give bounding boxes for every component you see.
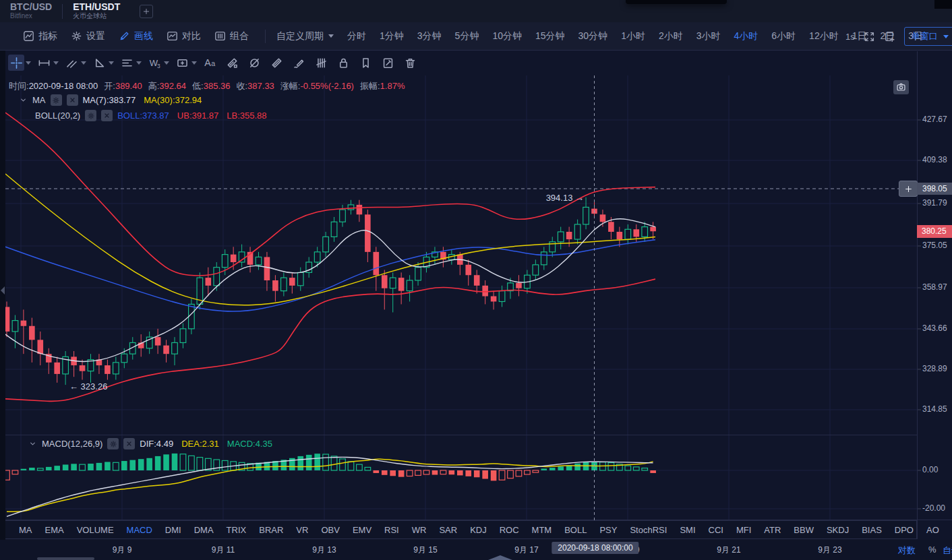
timeframe-3分钟[interactable]: 3分钟 <box>411 30 448 42</box>
horizontal-line-tool[interactable] <box>36 55 52 71</box>
add-alert-button[interactable] <box>899 181 918 197</box>
screenshot-icon[interactable] <box>893 80 909 94</box>
indicator-tab-dmi[interactable]: DMI <box>165 525 181 535</box>
timeframe-10分钟[interactable]: 10分钟 <box>485 30 529 42</box>
boll-settings-button[interactable] <box>85 110 96 121</box>
indicator-tab-bbw[interactable]: BBW <box>794 525 814 535</box>
indicator-tab-emv[interactable]: EMV <box>353 525 371 535</box>
symbol-tab-eth-usdt[interactable]: ETH/USDT火币全球站 <box>63 0 130 22</box>
collapse-chevron-icon[interactable] <box>28 439 37 448</box>
ellipse-tool[interactable] <box>246 55 262 71</box>
lock-tool[interactable] <box>335 55 351 71</box>
ruler-tool[interactable] <box>268 55 285 71</box>
indicator-tab-macd[interactable]: MACD <box>127 525 152 535</box>
indicator-tab-brar[interactable]: BRAR <box>259 525 283 535</box>
collapse-arrow-icon[interactable] <box>1 286 5 294</box>
parallel-lines-tool[interactable] <box>119 55 135 71</box>
indicator-tab-mfi[interactable]: MFI <box>736 525 751 535</box>
indicator-tab-psy[interactable]: PSY <box>599 525 617 535</box>
trend-line-tool[interactable] <box>63 55 80 71</box>
fullscreen-button[interactable] <box>864 31 875 42</box>
toolbar-feature-settings[interactable]: 设置 <box>71 30 105 42</box>
alert-price-label[interactable]: 398.05 <box>917 183 952 195</box>
text-tool[interactable]: Aa <box>202 55 218 71</box>
symbol-name: ETH/USDT <box>73 2 120 12</box>
collapse-chevron-icon[interactable] <box>19 96 28 104</box>
pattern-tool[interactable] <box>313 55 329 71</box>
tool-caret-icon[interactable] <box>136 61 142 65</box>
ma-legend-row: MA MA(7):383.77MA(30):372.94 <box>19 94 202 106</box>
timeframe-3小时[interactable]: 3小时 <box>690 30 727 42</box>
indicator-tab-dma[interactable]: DMA <box>194 525 214 535</box>
indicator-tab-smi[interactable]: SMI <box>680 525 695 535</box>
tool-caret-icon[interactable] <box>164 61 169 65</box>
toolbar-feature-compare[interactable]: 对比 <box>167 30 201 42</box>
tool-caret-icon[interactable] <box>53 61 59 65</box>
crosshair-tool[interactable] <box>8 55 24 71</box>
indicator-tab-atr[interactable]: ATR <box>764 525 781 535</box>
timeframe-6小时[interactable]: 6小时 <box>765 30 802 42</box>
indicator-tab-roc[interactable]: ROC <box>500 525 519 535</box>
delete-tool[interactable] <box>402 55 418 71</box>
shape-tool[interactable] <box>174 55 190 71</box>
scale-control-对数[interactable]: 对数 <box>898 545 916 557</box>
tool-caret-icon[interactable] <box>81 61 86 65</box>
toolbar-feature-layout[interactable]: 组合 <box>214 30 249 42</box>
indicator-tab-cci[interactable]: CCI <box>709 525 723 535</box>
indicator-tab-trix[interactable]: TRIX <box>227 525 247 535</box>
tool-caret-icon[interactable] <box>26 61 31 65</box>
ma-remove-button[interactable] <box>67 94 78 106</box>
timeframe-30分钟[interactable]: 30分钟 <box>572 30 615 42</box>
indicator-tab-obv[interactable]: OBV <box>321 525 339 535</box>
angle-tool[interactable] <box>91 55 107 71</box>
timeframe-5分钟[interactable]: 5分钟 <box>448 30 486 42</box>
ma-settings-button[interactable] <box>51 94 62 106</box>
custom-period-dropdown[interactable]: 自定义周期 <box>276 30 334 42</box>
indicator-tab-skdj[interactable]: SKDJ <box>827 525 849 535</box>
brush-tool[interactable] <box>291 55 307 71</box>
indicator-tab-bias[interactable]: BIAS <box>862 525 882 535</box>
indicator-tab-sar[interactable]: SAR <box>439 525 457 535</box>
macd-remove-button[interactable] <box>123 438 135 449</box>
timeframe-1分钟[interactable]: 1分钟 <box>373 30 411 42</box>
add-symbol-tab-button[interactable] <box>140 5 153 18</box>
boll-remove-button[interactable] <box>101 110 113 121</box>
timeframe-12小时[interactable]: 12小时 <box>802 30 845 42</box>
indicator-tab-dpo[interactable]: DPO <box>895 525 914 535</box>
indicator-tab-kdj[interactable]: KDJ <box>470 525 487 535</box>
symbol-tab-btc-usd[interactable]: BTC/USDBitfinex <box>0 0 62 22</box>
indicator-tab-rsi[interactable]: RSI <box>384 525 399 535</box>
edit-tool[interactable] <box>380 55 396 71</box>
measure-tool[interactable] <box>224 55 240 71</box>
indicator-tab-stochrsi[interactable]: StochRSI <box>630 525 667 535</box>
timeframe-4小时[interactable]: 4小时 <box>727 30 765 42</box>
indicator-tab-boll[interactable]: BOLL <box>564 525 587 535</box>
toolbar-feature-draw[interactable]: 画线 <box>119 30 153 42</box>
indicator-tab-ma[interactable]: MA <box>19 525 32 535</box>
left-collapse-strip[interactable] <box>0 22 5 540</box>
timeframe-分时[interactable]: 分时 <box>340 30 373 42</box>
indicator-tab-ao[interactable]: AO <box>926 525 939 535</box>
tool-caret-icon[interactable] <box>109 61 114 65</box>
scale-control-自动[interactable]: 自动 <box>943 545 952 557</box>
indicator-tab-vr[interactable]: VR <box>296 525 308 535</box>
indicator-tab-wr[interactable]: WR <box>412 525 427 535</box>
timeframe-2小时[interactable]: 2小时 <box>652 30 690 42</box>
bookmark-tool[interactable] <box>357 55 374 71</box>
timeframe-15分钟[interactable]: 15分钟 <box>529 30 572 42</box>
tool-caret-icon[interactable] <box>191 61 197 65</box>
indicator-tab-ema[interactable]: EMA <box>45 525 64 535</box>
add-window-button[interactable] <box>884 31 895 42</box>
window-mode-dropdown[interactable]: 单窗口 <box>904 27 952 46</box>
ohlc-value: 392.64 <box>159 81 186 91</box>
wave-tool[interactable]: W3 <box>146 55 162 71</box>
draw-icon <box>119 30 130 42</box>
macd-settings-button[interactable] <box>107 438 119 449</box>
scale-control-%[interactable]: % <box>928 545 936 555</box>
scrollbar-thumb[interactable] <box>37 557 94 560</box>
toolbar-feature-indicator[interactable]: 指标 <box>23 30 57 42</box>
date-axis[interactable] <box>0 540 952 560</box>
indicator-tab-volume[interactable]: VOLUME <box>77 525 114 535</box>
timeframe-1小时[interactable]: 1小时 <box>614 30 652 42</box>
indicator-tab-mtm[interactable]: MTM <box>532 525 552 535</box>
